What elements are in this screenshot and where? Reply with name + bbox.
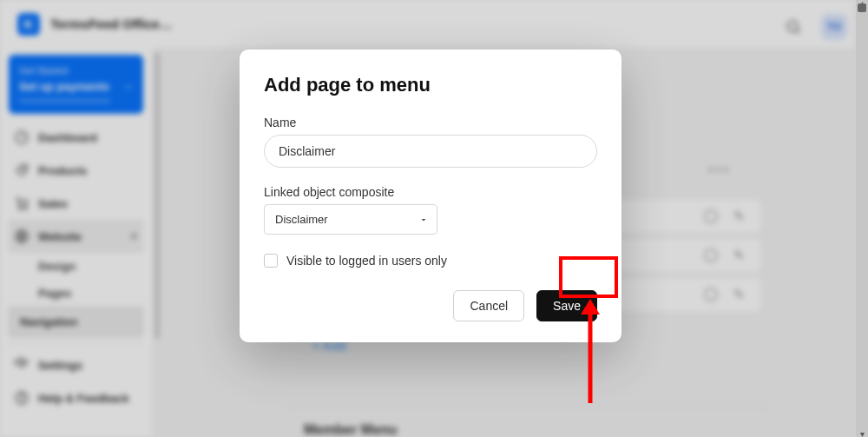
save-button[interactable]: Save bbox=[536, 290, 597, 321]
linked-select[interactable]: Disclaimer bbox=[264, 204, 437, 235]
checkbox[interactable] bbox=[264, 254, 278, 268]
visible-checkbox-row[interactable]: Visible to logged in users only bbox=[264, 254, 597, 268]
visible-label: Visible to logged in users only bbox=[286, 254, 447, 268]
cancel-button[interactable]: Cancel bbox=[453, 290, 524, 321]
linked-label: Linked object composite bbox=[264, 185, 597, 199]
name-input[interactable] bbox=[264, 135, 597, 168]
name-label: Name bbox=[264, 116, 597, 129]
modal-title: Add page to menu bbox=[264, 74, 597, 96]
add-page-modal: Add page to menu Name Linked object comp… bbox=[240, 50, 621, 342]
